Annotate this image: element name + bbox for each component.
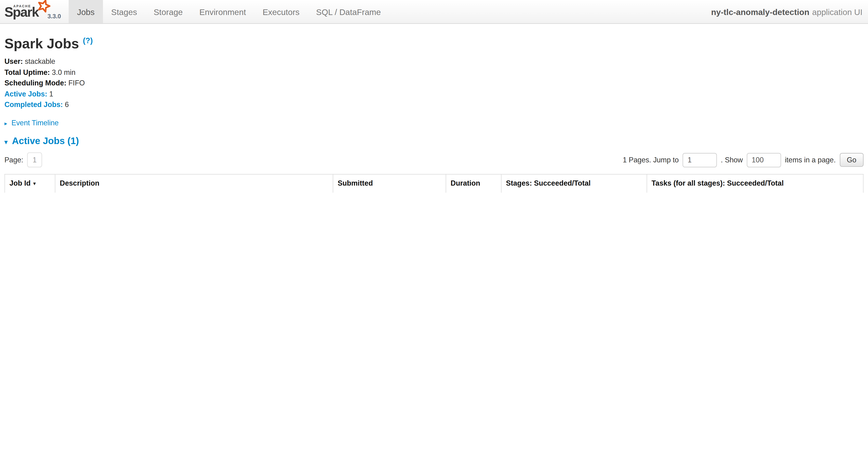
col-header-job-id[interactable]: Job Id▼ [5, 174, 55, 193]
top-navbar: APACHE Spark 3.3.0 Jobs Stages Storage E… [0, 0, 868, 24]
tab-stages[interactable]: Stages [103, 0, 145, 23]
col-header-submitted[interactable]: Submitted [333, 174, 446, 193]
page-label: Page: [4, 156, 23, 164]
summary-user: User: stackable [4, 57, 864, 65]
spark-version: 3.3.0 [48, 13, 63, 23]
items-per-page-input[interactable] [747, 153, 781, 167]
apache-wordmark: APACHE [13, 4, 31, 8]
summary-uptime: Total Uptime: 3.0 min [4, 68, 864, 76]
active-jobs-table: Job Id▼ Description Submitted Duration S… [4, 174, 864, 193]
spark-ui-jobs-page: APACHE Spark 3.3.0 Jobs Stages Storage E… [0, 0, 868, 193]
application-title: ny-tlc-anomaly-detection application UI [711, 0, 868, 23]
tab-jobs[interactable]: Jobs [69, 0, 103, 23]
nav-tabs: Jobs Stages Storage Environment Executor… [69, 0, 389, 23]
active-jobs-link[interactable]: Active Jobs: [4, 90, 48, 98]
col-header-stages[interactable]: Stages: Succeeded/Total [501, 174, 647, 193]
col-header-description[interactable]: Description [55, 174, 333, 193]
collapse-icon: ▾ [4, 139, 7, 145]
application-name: ny-tlc-anomaly-detection [711, 7, 809, 17]
active-jobs-pager-top: Page: 1 1 Pages. Jump to . Show items in… [4, 152, 864, 168]
spark-star-icon [36, 0, 51, 13]
help-link[interactable]: (?) [83, 36, 93, 45]
jump-to-page-input[interactable] [683, 153, 717, 167]
summary-completed-jobs: Completed Jobs: 6 [4, 101, 864, 109]
current-page-button[interactable]: 1 [27, 152, 42, 168]
go-button[interactable]: Go [840, 153, 864, 167]
col-header-tasks[interactable]: Tasks (for all stages): Succeeded/Total [647, 174, 863, 193]
application-ui-suffix: application UI [812, 7, 863, 17]
spark-brand: APACHE Spark 3.3.0 [0, 0, 69, 23]
items-text: items in a page. [785, 156, 836, 164]
col-header-duration[interactable]: Duration [446, 174, 501, 193]
expand-icon: ▸ [4, 120, 7, 126]
event-timeline-toggle[interactable]: ▸ Event Timeline [4, 119, 864, 127]
spark-logo: APACHE Spark [4, 0, 48, 23]
completed-jobs-link[interactable]: Completed Jobs: [4, 101, 63, 109]
tab-sql-dataframe[interactable]: SQL / DataFrame [308, 0, 389, 23]
summary-active-jobs: Active Jobs: 1 [4, 90, 864, 98]
page-title: Spark Jobs (?) [4, 33, 864, 52]
sort-desc-icon: ▼ [32, 181, 37, 186]
summary-scheduling-mode: Scheduling Mode: FIFO [4, 79, 864, 87]
tab-storage[interactable]: Storage [145, 0, 191, 23]
tab-environment[interactable]: Environment [191, 0, 254, 23]
job-summary: User: stackable Total Uptime: 3.0 min Sc… [4, 57, 864, 109]
tab-executors[interactable]: Executors [254, 0, 308, 23]
show-text: . Show [721, 156, 743, 164]
pages-text: 1 Pages. Jump to [623, 156, 679, 164]
active-jobs-heading[interactable]: ▾ Active Jobs (1) [4, 136, 864, 147]
